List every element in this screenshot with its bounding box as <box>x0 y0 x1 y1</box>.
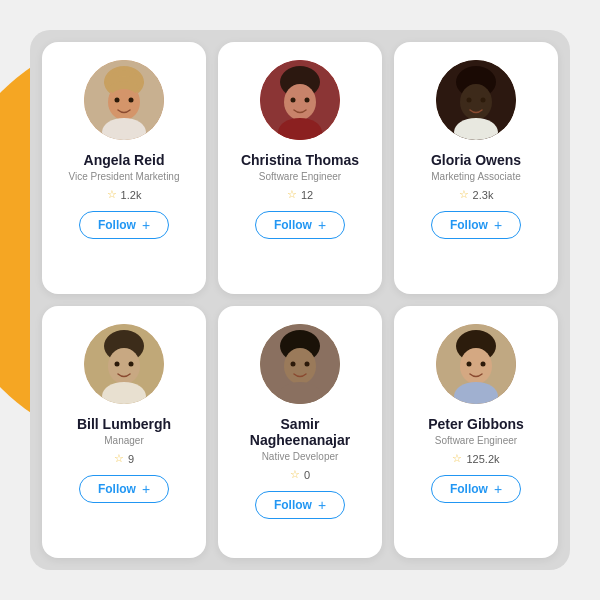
follow-button-angela[interactable]: Follow + <box>79 211 169 239</box>
star-icon-samir: ☆ <box>290 468 300 481</box>
stats-angela: ☆ 1.2k <box>107 188 142 201</box>
svg-point-9 <box>284 84 316 120</box>
plus-icon-angela: + <box>142 217 150 233</box>
card-bill: Bill Lumbergh Manager ☆ 9 Follow + <box>42 306 206 558</box>
svg-point-27 <box>129 362 134 367</box>
name-bill: Bill Lumbergh <box>77 416 171 432</box>
svg-point-5 <box>115 98 120 103</box>
star-icon-peter: ☆ <box>452 452 462 465</box>
svg-point-37 <box>460 348 492 384</box>
follow-button-samir[interactable]: Follow + <box>255 491 345 519</box>
card-gloria: Gloria Owens Marketing Associate ☆ 2.3k … <box>394 42 558 294</box>
role-samir: Native Developer <box>262 451 339 462</box>
name-angela: Angela Reid <box>84 152 165 168</box>
follow-label-peter: Follow <box>450 482 488 496</box>
svg-point-30 <box>284 348 316 384</box>
svg-point-23 <box>108 348 140 384</box>
stat-count-bill: 9 <box>128 453 134 465</box>
name-christina: Christina Thomas <box>241 152 359 168</box>
stats-samir: ☆ 0 <box>290 468 310 481</box>
follow-button-christina[interactable]: Follow + <box>255 211 345 239</box>
stat-count-christina: 12 <box>301 189 313 201</box>
svg-point-34 <box>305 362 310 367</box>
card-angela: Angela Reid Vice President Marketing ☆ 1… <box>42 42 206 294</box>
stat-count-gloria: 2.3k <box>473 189 494 201</box>
profile-grid: Angela Reid Vice President Marketing ☆ 1… <box>30 30 570 570</box>
plus-icon-christina: + <box>318 217 326 233</box>
follow-label-gloria: Follow <box>450 218 488 232</box>
star-icon-angela: ☆ <box>107 188 117 201</box>
svg-point-40 <box>467 362 472 367</box>
svg-point-20 <box>481 98 486 103</box>
follow-label-samir: Follow <box>274 498 312 512</box>
stat-count-peter: 125.2k <box>466 453 499 465</box>
follow-label-christina: Follow <box>274 218 312 232</box>
role-bill: Manager <box>104 435 143 446</box>
plus-icon-samir: + <box>318 497 326 513</box>
star-icon-christina: ☆ <box>287 188 297 201</box>
svg-point-41 <box>481 362 486 367</box>
stats-peter: ☆ 125.2k <box>452 452 499 465</box>
avatar-angela <box>84 60 164 140</box>
role-peter: Software Engineer <box>435 435 517 446</box>
stats-christina: ☆ 12 <box>287 188 313 201</box>
stats-bill: ☆ 9 <box>114 452 134 465</box>
role-angela: Vice President Marketing <box>69 171 180 182</box>
svg-point-26 <box>115 362 120 367</box>
stat-count-samir: 0 <box>304 469 310 481</box>
plus-icon-bill: + <box>142 481 150 497</box>
svg-point-13 <box>305 98 310 103</box>
plus-icon-gloria: + <box>494 217 502 233</box>
avatar-peter <box>436 324 516 404</box>
svg-point-19 <box>467 98 472 103</box>
avatar-bill <box>84 324 164 404</box>
name-peter: Peter Gibbons <box>428 416 524 432</box>
svg-point-6 <box>129 98 134 103</box>
follow-label-bill: Follow <box>98 482 136 496</box>
card-peter: Peter Gibbons Software Engineer ☆ 125.2k… <box>394 306 558 558</box>
star-icon-bill: ☆ <box>114 452 124 465</box>
svg-point-33 <box>291 362 296 367</box>
star-icon-gloria: ☆ <box>459 188 469 201</box>
avatar-gloria <box>436 60 516 140</box>
stat-count-angela: 1.2k <box>121 189 142 201</box>
follow-button-bill[interactable]: Follow + <box>79 475 169 503</box>
svg-point-12 <box>291 98 296 103</box>
avatar-samir <box>260 324 340 404</box>
plus-icon-peter: + <box>494 481 502 497</box>
card-samir: Samir Nagheenanajar Native Developer ☆ 0… <box>218 306 382 558</box>
stats-gloria: ☆ 2.3k <box>459 188 494 201</box>
svg-point-16 <box>460 84 492 120</box>
follow-button-gloria[interactable]: Follow + <box>431 211 521 239</box>
card-christina: Christina Thomas Software Engineer ☆ 12 … <box>218 42 382 294</box>
role-christina: Software Engineer <box>259 171 341 182</box>
follow-label-angela: Follow <box>98 218 136 232</box>
follow-button-peter[interactable]: Follow + <box>431 475 521 503</box>
name-samir: Samir Nagheenanajar <box>230 416 370 448</box>
avatar-christina <box>260 60 340 140</box>
name-gloria: Gloria Owens <box>431 152 521 168</box>
role-gloria: Marketing Associate <box>431 171 521 182</box>
